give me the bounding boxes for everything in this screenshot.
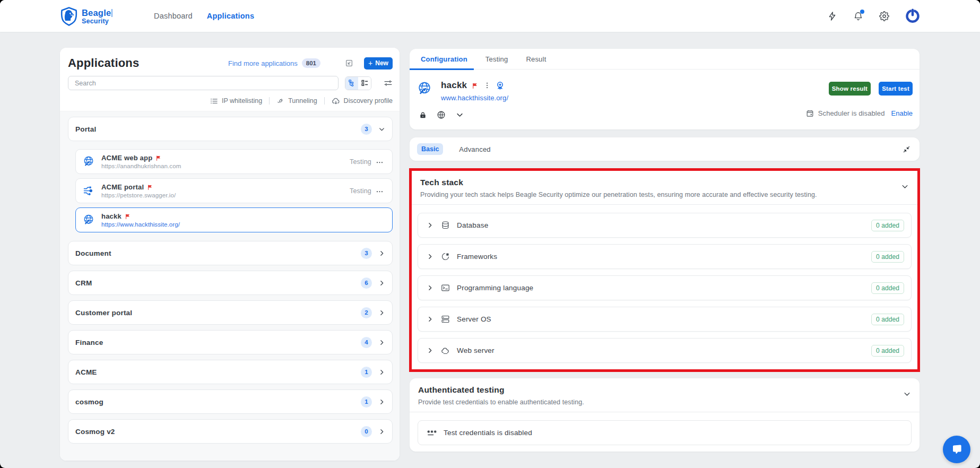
server-icon — [440, 315, 450, 324]
application-url[interactable]: www.hackthissite.org/ — [441, 94, 508, 102]
group-row-customer-portal[interactable]: Customer portal 2 — [68, 300, 393, 325]
tech-row-programming-language[interactable]: Programming language 0 added — [418, 275, 912, 300]
portal-apps: ACME web app https://anandhukrishnan.com… — [75, 149, 393, 232]
tree-view-icon[interactable] — [345, 77, 358, 90]
chevron-right-icon — [427, 222, 433, 229]
brand-name-line1: Beagle — [82, 8, 111, 18]
tech-stack-description: Providing your tech stack helps Beagle S… — [420, 191, 909, 198]
application-list: Portal 3 ACME web app — [60, 111, 400, 461]
app-row-acme-web-app[interactable]: ACME web app https://anandhukrishnan.com… — [75, 149, 393, 174]
chevron-right-icon — [378, 250, 385, 257]
group-row-crm[interactable]: CRM 6 — [68, 271, 393, 295]
view-toggle — [345, 76, 371, 90]
mode-switch-card: Basic Advanced — [410, 137, 920, 161]
ip-whitelisting-link[interactable]: IP whitelisting — [210, 97, 262, 105]
calendar-icon — [806, 109, 814, 117]
app-window: Beagle Security Dashboard Applications — [0, 0, 980, 468]
chevron-down-icon[interactable] — [903, 390, 911, 398]
group-row-acme[interactable]: ACME 1 — [68, 360, 393, 384]
nav-dashboard[interactable]: Dashboard — [154, 12, 193, 20]
lightning-icon[interactable] — [827, 11, 837, 21]
tab-configuration[interactable]: Configuration — [421, 49, 467, 69]
power-avatar-icon[interactable] — [905, 8, 920, 24]
kebab-v-icon[interactable] — [483, 82, 491, 89]
application-meta-icons — [419, 110, 464, 119]
api-icon — [83, 185, 94, 197]
new-application-button[interactable]: +New — [364, 57, 393, 70]
navbar: Beagle Security Dashboard Applications — [0, 0, 980, 32]
status-badge: Testing — [350, 187, 371, 195]
chevron-down-icon[interactable] — [456, 111, 464, 119]
tech-row-database[interactable]: Database 0 added — [418, 213, 912, 238]
discovery-profile-link[interactable]: Discovery profile — [332, 97, 393, 105]
tab-testing[interactable]: Testing — [485, 49, 508, 69]
show-result-button[interactable]: Show result — [829, 82, 871, 96]
chevron-down-icon[interactable] — [901, 183, 909, 190]
shield-dog-logo-icon — [60, 7, 78, 26]
globe-icon[interactable] — [437, 110, 446, 119]
group-count-badge: 2 — [361, 307, 372, 318]
chat-icon[interactable] — [943, 436, 970, 463]
import-icon[interactable] — [344, 58, 354, 68]
tech-row-server-os[interactable]: Server OS 0 added — [418, 307, 912, 332]
medal-icon[interactable] — [496, 81, 505, 90]
cloud-icon — [332, 97, 340, 105]
tab-result[interactable]: Result — [526, 49, 546, 69]
list-view-icon[interactable] — [358, 77, 371, 90]
chevron-right-icon — [378, 339, 385, 346]
cloud-server-icon — [440, 346, 450, 356]
start-test-button[interactable]: Start test — [879, 82, 913, 96]
filter-icon[interactable] — [384, 79, 393, 88]
application-name: hackk — [441, 80, 467, 91]
tech-row-frameworks[interactable]: Frameworks 0 added — [418, 244, 912, 269]
group-row-cosmog-v2[interactable]: Cosmog v2 0 — [68, 419, 393, 444]
flag-icon — [125, 213, 131, 220]
added-count-badge: 0 added — [871, 345, 904, 357]
tech-stack-highlight: Tech stack Providing your tech stack hel… — [409, 168, 920, 372]
app-row-acme-portal[interactable]: ACME portal https://petstore.swagger.io/… — [75, 178, 393, 203]
kebab-h-icon[interactable] — [376, 158, 384, 166]
find-more-count-badge: 801 — [302, 58, 320, 68]
chevron-right-icon — [378, 398, 385, 405]
tunneling-link[interactable]: Tunneling — [276, 97, 317, 105]
brand-logo[interactable]: Beagle Security — [60, 7, 112, 26]
bell-icon[interactable] — [853, 11, 863, 21]
applications-panel-header: Applications Find more applications 801 … — [60, 48, 400, 106]
group-count-badge: 4 — [361, 337, 372, 348]
frameworks-icon — [440, 252, 450, 262]
lock-icon[interactable] — [419, 111, 427, 119]
kebab-h-icon[interactable] — [376, 187, 384, 195]
gear-icon[interactable] — [879, 11, 889, 21]
find-more-applications-link[interactable]: Find more applications — [228, 59, 298, 67]
group-row-document[interactable]: Document 3 — [68, 241, 393, 265]
tab-advanced[interactable]: Advanced — [459, 145, 490, 153]
group-row-cosmog[interactable]: cosmog 1 — [68, 389, 393, 414]
added-count-badge: 0 added — [871, 251, 904, 263]
chevron-right-icon — [427, 253, 433, 260]
plug-icon — [276, 97, 284, 105]
test-credentials-row[interactable]: Test credentials is disabled — [418, 420, 912, 445]
applications-title: Applications — [68, 56, 139, 70]
chevron-right-icon — [427, 284, 433, 291]
app-row-hackk[interactable]: hackk https://www.hackthissite.org/ — [75, 207, 393, 232]
authenticated-testing-title: Authenticated testing — [418, 385, 911, 395]
authenticated-testing-card: Authenticated testing Provide test crede… — [410, 378, 920, 452]
added-count-badge: 0 added — [871, 314, 904, 325]
group-row-finance[interactable]: Finance 4 — [68, 330, 393, 354]
tech-stack-card: Tech stack Providing your tech stack hel… — [412, 171, 917, 369]
search-input[interactable] — [68, 76, 339, 90]
quick-links-row: IP whitelisting Tunneling Discovery prof… — [68, 96, 393, 106]
divider — [324, 97, 325, 105]
divider — [269, 97, 270, 105]
scheduler-enable-link[interactable]: Enable — [891, 109, 913, 117]
application-header: hackk www.hackthissite.org/ — [417, 80, 508, 102]
asterisks-icon — [427, 428, 437, 438]
database-icon — [440, 221, 450, 230]
nav-applications[interactable]: Applications — [207, 12, 254, 20]
tech-row-web-server[interactable]: Web server 0 added — [418, 338, 912, 363]
group-row-portal[interactable]: Portal 3 — [68, 117, 393, 141]
tab-basic[interactable]: Basic — [417, 143, 443, 155]
list-check-icon — [210, 97, 218, 105]
compress-icon[interactable] — [901, 144, 911, 154]
page-body: Applications Find more applications 801 … — [0, 32, 980, 468]
